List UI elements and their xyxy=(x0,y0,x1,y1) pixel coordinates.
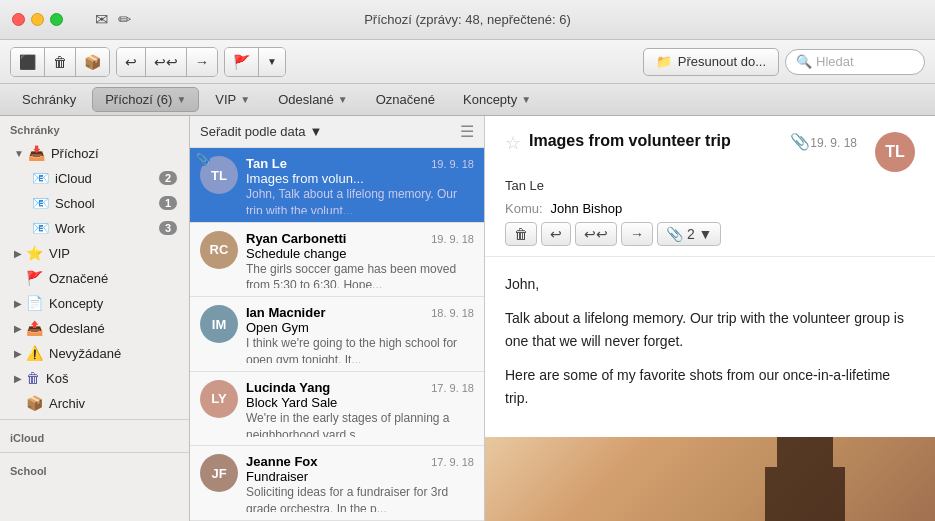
school-label: School xyxy=(55,196,159,211)
msg-header: Tan Le 19. 9. 18 xyxy=(246,156,474,171)
archive-button[interactable]: ⬛ xyxy=(11,48,45,76)
flag-group: 🚩 ▼ xyxy=(224,47,286,77)
attachment-icon: 📎 xyxy=(790,132,810,151)
list-header: Seřadit podle data ▼ ☰ xyxy=(190,116,484,148)
flag-dropdown[interactable]: ▼ xyxy=(259,48,285,76)
detail-from-name: Tan Le xyxy=(505,178,544,193)
reply-button[interactable]: ↩ xyxy=(117,48,146,76)
sidebar-item-icloud[interactable]: 📧 iCloud 2 xyxy=(4,166,185,190)
message-item[interactable]: RC Ryan Carbonetti 19. 9. 18 Schedule ch… xyxy=(190,223,484,298)
sidebar-item-odeslane[interactable]: ▶ 📤 Odeslané xyxy=(4,316,185,340)
flag-sidebar-icon: 🚩 xyxy=(26,270,43,286)
compose-icon[interactable]: ✉ xyxy=(95,10,108,29)
window-title: Příchozí (zprávy: 48, nepřečtené: 6) xyxy=(364,12,571,27)
minimize-button[interactable] xyxy=(31,13,44,26)
archive-icon: 📦 xyxy=(26,395,43,411)
sort-button[interactable]: Seřadit podle data ▼ xyxy=(200,124,322,139)
sidebar-item-school[interactable]: 📧 School 1 xyxy=(4,191,185,215)
icloud-label: iCloud xyxy=(55,171,159,186)
move-to-button[interactable]: 📁 Přesunout do... xyxy=(643,48,779,76)
tab-koncepty-label: Koncepty xyxy=(463,92,517,107)
tab-prichozi-label: Příchozí (6) xyxy=(105,92,172,107)
msg-name: Ryan Carbonetti xyxy=(246,231,346,246)
avatar-initials: IM xyxy=(212,317,226,332)
msg-date: 19. 9. 18 xyxy=(431,233,474,245)
msg-date: 18. 9. 18 xyxy=(431,307,474,319)
reply-all-button[interactable]: ↩↩ xyxy=(146,48,187,76)
flag-button[interactable]: 🚩 xyxy=(225,48,259,76)
detail-avatar-initials: TL xyxy=(885,143,905,161)
reply-group: ↩ ↩↩ → xyxy=(116,47,218,77)
detail-avatar: TL xyxy=(875,132,915,172)
main-content: Schránky ▼ 📥 Příchozí 📧 iCloud 2 📧 Schoo… xyxy=(0,116,935,521)
tab-koncepty[interactable]: Koncepty ▼ xyxy=(451,88,543,111)
tab-odeslane[interactable]: Odeslané ▼ xyxy=(266,88,360,111)
sidebar-item-prichozi[interactable]: ▼ 📥 Příchozí xyxy=(4,141,185,165)
work-badge: 3 xyxy=(159,221,177,235)
sidebar-item-archiv[interactable]: ▶ 📦 Archiv xyxy=(4,391,185,415)
email-detail: ☆ Images from volunteer trip 📎 19. 9. 18… xyxy=(485,116,935,521)
detail-reply-button[interactable]: ↩ xyxy=(541,222,571,246)
detail-from-row: Tan Le xyxy=(505,178,915,193)
sent-icon: 📤 xyxy=(26,320,43,336)
msg-preview: We're in the early stages of planning a … xyxy=(246,410,474,438)
sidebar-icloud-section: iCloud xyxy=(0,419,189,448)
tab-vip[interactable]: VIP ▼ xyxy=(203,88,262,111)
detail-delete-button[interactable]: 🗑 xyxy=(505,222,537,246)
junk-button[interactable]: 📦 xyxy=(76,48,109,76)
vip-icon: ⭐ xyxy=(26,245,43,261)
msg-preview: Soliciting ideas for a fundraiser for 3r… xyxy=(246,484,474,512)
detail-reply-all-button[interactable]: ↩↩ xyxy=(575,222,617,246)
msg-header: Lucinda Yang 17. 9. 18 xyxy=(246,380,474,395)
sidebar-item-vip[interactable]: ▶ ⭐ VIP xyxy=(4,241,185,265)
detail-attachment-button[interactable]: 📎 2 ▼ xyxy=(657,222,721,246)
message-item[interactable]: TL 📎 Tan Le 19. 9. 18 Images from volun.… xyxy=(190,148,484,223)
search-placeholder: Hledat xyxy=(816,54,854,69)
sidebar-school-section: School xyxy=(0,452,189,481)
sidebar-item-koncepty[interactable]: ▶ 📄 Koncepty xyxy=(4,291,185,315)
forward-button[interactable]: → xyxy=(187,48,217,76)
tab-schranky[interactable]: Schránky xyxy=(10,88,88,111)
msg-content: Ryan Carbonetti 19. 9. 18 Schedule chang… xyxy=(246,231,474,289)
tab-odeslane-label: Odeslané xyxy=(278,92,334,107)
prichozi-expand-arrow: ▼ xyxy=(14,148,24,159)
sidebar-item-oznacene[interactable]: ▶ 🚩 Označené xyxy=(4,266,185,290)
sidebar-school-section-header: School xyxy=(0,457,189,481)
msg-name: Lucinda Yang xyxy=(246,380,330,395)
odeslane-expand-arrow: ▶ xyxy=(14,323,22,334)
msg-subject: Open Gym xyxy=(246,320,474,335)
sidebar-item-kos[interactable]: ▶ 🗑 Koš xyxy=(4,366,185,390)
msg-subject: Block Yard Sale xyxy=(246,395,474,410)
message-item[interactable]: LY Lucinda Yang 17. 9. 18 Block Yard Sal… xyxy=(190,372,484,447)
work-inbox-icon: 📧 xyxy=(32,220,49,236)
tab-prichozi[interactable]: Příchozí (6) ▼ xyxy=(92,87,199,112)
fullscreen-button[interactable] xyxy=(50,13,63,26)
detail-title-row: ☆ Images from volunteer trip 📎 19. 9. 18… xyxy=(505,132,915,172)
close-button[interactable] xyxy=(12,13,25,26)
sidebar-item-nevyzadane[interactable]: ▶ ⚠️ Nevyžádané xyxy=(4,341,185,365)
msg-date: 17. 9. 18 xyxy=(431,456,474,468)
star-button[interactable]: ☆ xyxy=(505,132,521,154)
prichozi-label: Příchozí xyxy=(51,146,177,161)
detail-header: ☆ Images from volunteer trip 📎 19. 9. 18… xyxy=(485,116,935,257)
school-inbox-icon: 📧 xyxy=(32,195,49,211)
sidebar: Schránky ▼ 📥 Příchozí 📧 iCloud 2 📧 Schoo… xyxy=(0,116,190,521)
edit-icon[interactable]: ✏ xyxy=(118,10,131,29)
message-item[interactable]: IM Ian Macnider 18. 9. 18 Open Gym I thi… xyxy=(190,297,484,372)
msg-header: Ian Macnider 18. 9. 18 xyxy=(246,305,474,320)
search-box[interactable]: 🔍 Hledat xyxy=(785,49,925,75)
message-item[interactable]: JF Jeanne Fox 17. 9. 18 Fundraiser Solic… xyxy=(190,446,484,521)
detail-actions: 🗑 ↩ ↩↩ → 📎 2 ▼ xyxy=(505,222,915,246)
avatar: JF xyxy=(200,454,238,492)
detail-to-name: John Bishop xyxy=(551,201,623,216)
delete-button[interactable]: 🗑 xyxy=(45,48,76,76)
list-view-icon[interactable]: ☰ xyxy=(460,122,474,141)
tab-oznacene[interactable]: Označené xyxy=(364,88,447,111)
sidebar-item-work[interactable]: 📧 Work 3 xyxy=(4,216,185,240)
detail-forward-button[interactable]: → xyxy=(621,222,653,246)
detail-body1: Talk about a lifelong memory. Our trip w… xyxy=(505,307,915,352)
kos-label: Koš xyxy=(46,371,177,386)
msg-date: 17. 9. 18 xyxy=(431,382,474,394)
titlebar: ✉ ✏ Příchozí (zprávy: 48, nepřečtené: 6) xyxy=(0,0,935,40)
msg-preview: I think we're going to the high school f… xyxy=(246,335,474,363)
